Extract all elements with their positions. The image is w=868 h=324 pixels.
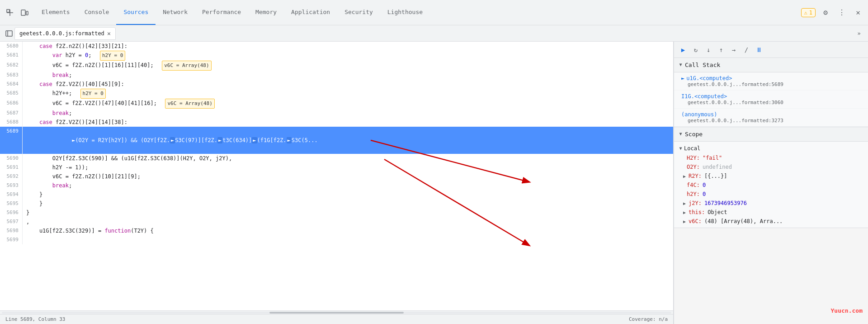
step-over-button[interactable]: ↻ xyxy=(690,44,701,55)
local-scope-label: Local xyxy=(684,145,700,152)
scope-prop-name: f4C: xyxy=(687,182,700,188)
file-tab[interactable]: geetest.0.0.0.js:formatted × xyxy=(14,27,116,40)
expand-icon[interactable]: ▶ xyxy=(683,219,686,224)
pause-on-exceptions-button[interactable]: ⏸ xyxy=(754,44,764,55)
tab-application[interactable]: Application xyxy=(284,0,337,25)
code-lines: 5680 case f2Z.n2Z()[42][33][21]: 5681 va… xyxy=(0,42,673,244)
expand-icon[interactable]: ▶ xyxy=(683,174,686,179)
watermark: Yuucn.com xyxy=(831,307,863,314)
call-stack-file-ref: geetest.0.0.0.j...formatted:3060 xyxy=(681,100,861,105)
scope-local: ▶ Local H2Y: "fail" O2Y: undefined xyxy=(674,142,868,228)
debug-toolbar: ▶ ↻ ↓ ↑ → / ⏸ xyxy=(674,42,868,58)
scope-prop-name: this: xyxy=(689,209,705,215)
step-out-button[interactable]: ↑ xyxy=(716,44,726,55)
svg-rect-4 xyxy=(26,11,28,15)
table-row: 5682 v6C = f2Z.n2Z()[1][16][11][40]; v6C… xyxy=(0,61,673,71)
scope-item-h2y-lower[interactable]: h2Y: 0 xyxy=(674,190,868,199)
table-row: 5687 break; xyxy=(0,109,673,118)
close-devtools-button[interactable]: ✕ xyxy=(852,6,864,19)
scope-item-f4c[interactable]: f4C: 0 xyxy=(674,181,868,190)
scope-prop-value: Object xyxy=(708,209,727,215)
table-row: 5680 case f2Z.n2Z()[42][33][21]: xyxy=(0,42,673,51)
scrollbar-track xyxy=(2,312,671,314)
inspect-icon[interactable] xyxy=(4,6,16,19)
scope-item-r2y[interactable]: ▶ R2Y: [{...}] xyxy=(674,172,868,181)
deactivate-breakpoints-button[interactable]: / xyxy=(741,44,752,55)
code-content[interactable]: 5680 case f2Z.n2Z()[42][33][21]: 5681 va… xyxy=(0,42,673,310)
scope-item-h2y[interactable]: H2Y: "fail" xyxy=(674,153,868,162)
table-row-active: 5689 ►(O2Y = R2Y[h2Y]) && (O2Y[f2Z.►S3C(… xyxy=(0,127,673,154)
call-stack-title: Call Stack xyxy=(685,62,720,68)
horizontal-scrollbar[interactable] xyxy=(0,310,673,314)
local-scope-header[interactable]: ▶ Local xyxy=(674,143,868,153)
call-stack-fn-name: ► u1G.<computed> xyxy=(681,75,861,81)
svg-rect-3 xyxy=(21,10,25,15)
call-stack-item[interactable]: ► u1G.<computed> geetest.0.0.0.j...forma… xyxy=(674,72,868,91)
tab-memory[interactable]: Memory xyxy=(248,0,284,25)
scope-prop-value: undefined xyxy=(703,164,732,170)
table-row: 5681 var h2Y = 0; h2Y = 0 xyxy=(0,51,673,61)
scope-prop-name: v6C: xyxy=(689,218,702,224)
resume-button[interactable]: ▶ xyxy=(678,44,689,55)
tab-network[interactable]: Network xyxy=(156,0,195,25)
table-row: 5688 case f2Z.V2Z()[24][14][38]: xyxy=(0,118,673,127)
tab-lighthouse[interactable]: Lighthouse xyxy=(380,0,430,25)
scope-prop-value: 0 xyxy=(703,191,706,197)
file-tab-label: geetest.0.0.0.js:formatted xyxy=(19,30,104,37)
sources-toolbar: geetest.0.0.0.js:formatted × » xyxy=(0,25,868,42)
table-row: 5694 } xyxy=(0,190,673,199)
sidebar-toggle-button[interactable] xyxy=(4,28,14,39)
nav-tabs: Elements Console Sources Network Perform… xyxy=(34,0,801,25)
tab-elements[interactable]: Elements xyxy=(34,0,77,25)
top-nav: Elements Console Sources Network Perform… xyxy=(0,0,868,25)
call-stack-chevron: ▶ xyxy=(679,63,684,66)
file-tab-close-button[interactable]: × xyxy=(107,30,111,37)
call-stack-item[interactable]: (anonymous) geetest.0.0.0.j...formatted:… xyxy=(674,109,868,127)
scope-prop-value: 0 xyxy=(703,182,706,188)
table-row: 5696 } xyxy=(0,208,673,217)
tab-security[interactable]: Security xyxy=(337,0,380,25)
device-toggle-icon[interactable] xyxy=(18,6,31,19)
warning-count: 1 xyxy=(809,10,812,16)
step-button[interactable]: → xyxy=(728,44,739,55)
scope-item-this[interactable]: ▶ this: Object xyxy=(674,208,868,217)
more-options-button[interactable]: ⋮ xyxy=(835,6,848,19)
scope-item-v6c[interactable]: ▶ v6C: (48) [Array(48), Arra... xyxy=(674,217,868,226)
current-frame-icon: ► xyxy=(681,75,684,81)
scope-prop-value: (48) [Array(48), Arra... xyxy=(704,218,783,224)
tab-console[interactable]: Console xyxy=(77,0,117,25)
call-stack-item[interactable]: I1G.<computed> geetest.0.0.0.j...formatt… xyxy=(674,91,868,109)
call-stack-header[interactable]: ▶ Call Stack xyxy=(674,58,868,72)
code-panel: 5680 case f2Z.n2Z()[42][33][21]: 5681 va… xyxy=(0,42,674,324)
settings-button[interactable]: ⚙ xyxy=(819,6,832,19)
table-row: 5695 } xyxy=(0,199,673,208)
table-row: 5690 O2Y[f2Z.S3C(590)] && (u1G[f2Z.S3C(6… xyxy=(0,154,673,163)
tab-sources[interactable]: Sources xyxy=(116,0,156,25)
call-stack-section: ▶ Call Stack ► u1G.<computed> geetest.0.… xyxy=(674,58,868,127)
scrollbar-thumb[interactable] xyxy=(269,312,403,314)
scope-title: Scope xyxy=(685,131,703,138)
table-row: 5698 u1G[f2Z.S3C(329)] = function(T2Y) { xyxy=(0,226,673,235)
scope-prop-value: 1673946953976 xyxy=(704,200,747,206)
warning-badge[interactable]: ⚠ 1 xyxy=(801,8,816,17)
scope-prop-value: "fail" xyxy=(703,155,722,161)
table-row: 5683 break; xyxy=(0,71,673,80)
call-stack-file-ref: geetest.0.0.0.j...formatted:5689 xyxy=(681,81,861,87)
expand-icon[interactable]: ▶ xyxy=(683,201,686,206)
call-stack-fn-name: (anonymous) xyxy=(681,111,861,118)
tab-performance[interactable]: Performance xyxy=(195,0,248,25)
step-into-button[interactable]: ↓ xyxy=(703,44,714,55)
right-panel: ▶ Call Stack ► u1G.<computed> geetest.0.… xyxy=(674,58,868,228)
scope-header[interactable]: ▶ Scope xyxy=(674,127,868,142)
table-row: 5691 h2Y -= 1)); xyxy=(0,163,673,172)
scope-item-o2y[interactable]: O2Y: undefined xyxy=(674,162,868,172)
main-layout: 5680 case f2Z.n2Z()[42][33][21]: 5681 va… xyxy=(0,42,868,324)
expand-icon[interactable]: ▶ xyxy=(683,210,686,215)
local-expand-icon: ▶ xyxy=(679,147,684,150)
scope-prop-name: H2Y: xyxy=(687,155,700,161)
scope-item-j2y[interactable]: ▶ j2Y: 1673946953976 xyxy=(674,199,868,208)
table-row: 5692 v6C = f2Z.n2Z()[10][21][9]; xyxy=(0,172,673,181)
table-row: 5685 h2Y++; h2Y = 0 xyxy=(0,89,673,99)
more-tabs-button[interactable]: » xyxy=(854,28,864,39)
scope-section: ▶ Scope ▶ Local H2Y: "fail" xyxy=(674,127,868,228)
